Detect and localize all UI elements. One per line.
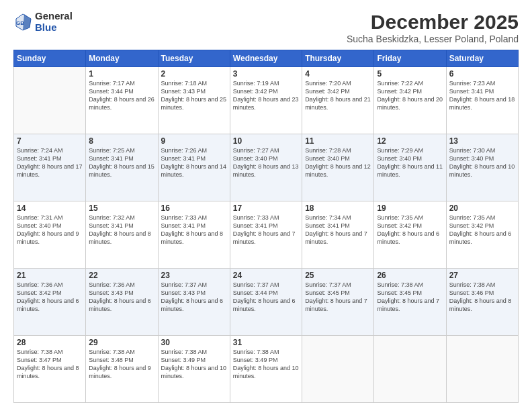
calendar-cell: 28Sunrise: 7:38 AMSunset: 3:47 PMDayligh… <box>14 336 86 403</box>
day-number: 7 <box>17 136 83 146</box>
day-number: 9 <box>161 136 227 146</box>
calendar-cell: 31Sunrise: 7:38 AMSunset: 3:49 PMDayligh… <box>230 336 302 403</box>
day-info: Sunrise: 7:30 AMSunset: 3:40 PMDaylight:… <box>449 146 515 179</box>
month-title: December 2025 <box>347 11 519 34</box>
day-number: 14 <box>17 203 83 213</box>
header: GB General Blue December 2025 Sucha Besk… <box>13 11 519 44</box>
weekday-header-sunday: Sunday <box>14 50 86 67</box>
weekday-header-friday: Friday <box>374 50 446 67</box>
day-number: 1 <box>89 69 154 79</box>
weekday-header-row: SundayMondayTuesdayWednesdayThursdayFrid… <box>14 50 519 67</box>
day-info: Sunrise: 7:18 AMSunset: 3:43 PMDaylight:… <box>161 79 227 112</box>
day-info: Sunrise: 7:36 AMSunset: 3:43 PMDaylight:… <box>89 281 154 314</box>
logo-general: General <box>35 11 73 22</box>
day-number: 26 <box>377 271 443 280</box>
day-number: 16 <box>161 203 227 213</box>
calendar-cell: 3Sunrise: 7:19 AMSunset: 3:42 PMDaylight… <box>230 67 302 134</box>
week-row-0: 1Sunrise: 7:17 AMSunset: 3:44 PMDaylight… <box>14 67 519 134</box>
calendar-cell <box>302 336 374 403</box>
calendar-cell: 16Sunrise: 7:33 AMSunset: 3:41 PMDayligh… <box>158 201 230 269</box>
calendar-cell <box>14 67 86 134</box>
day-number: 25 <box>305 271 371 280</box>
calendar-cell: 29Sunrise: 7:38 AMSunset: 3:48 PMDayligh… <box>86 336 158 403</box>
day-info: Sunrise: 7:25 AMSunset: 3:41 PMDaylight:… <box>89 146 154 179</box>
logo-blue: Blue <box>35 22 73 34</box>
calendar-cell <box>446 336 518 403</box>
day-number: 3 <box>233 69 299 79</box>
weekday-header-saturday: Saturday <box>446 50 518 67</box>
calendar-cell: 2Sunrise: 7:18 AMSunset: 3:43 PMDaylight… <box>158 67 230 134</box>
day-info: Sunrise: 7:38 AMSunset: 3:49 PMDaylight:… <box>233 348 299 381</box>
day-info: Sunrise: 7:33 AMSunset: 3:41 PMDaylight:… <box>161 214 227 246</box>
day-info: Sunrise: 7:37 AMSunset: 3:45 PMDaylight:… <box>305 281 371 314</box>
calendar-cell: 10Sunrise: 7:27 AMSunset: 3:40 PMDayligh… <box>230 134 302 201</box>
svg-text:GB: GB <box>16 20 24 26</box>
day-info: Sunrise: 7:36 AMSunset: 3:42 PMDaylight:… <box>17 281 83 314</box>
day-info: Sunrise: 7:38 AMSunset: 3:45 PMDaylight:… <box>377 281 443 314</box>
day-info: Sunrise: 7:26 AMSunset: 3:41 PMDaylight:… <box>161 146 227 179</box>
day-number: 18 <box>305 203 371 213</box>
calendar-table: SundayMondayTuesdayWednesdayThursdayFrid… <box>13 50 519 403</box>
day-info: Sunrise: 7:19 AMSunset: 3:42 PMDaylight:… <box>233 79 299 112</box>
calendar-cell: 8Sunrise: 7:25 AMSunset: 3:41 PMDaylight… <box>86 134 158 201</box>
day-number: 23 <box>161 271 227 280</box>
day-info: Sunrise: 7:35 AMSunset: 3:42 PMDaylight:… <box>377 214 443 246</box>
day-info: Sunrise: 7:38 AMSunset: 3:48 PMDaylight:… <box>89 348 154 381</box>
day-number: 4 <box>305 69 371 79</box>
day-number: 28 <box>17 338 83 347</box>
calendar-cell: 26Sunrise: 7:38 AMSunset: 3:45 PMDayligh… <box>374 269 446 336</box>
calendar-cell: 1Sunrise: 7:17 AMSunset: 3:44 PMDaylight… <box>86 67 158 134</box>
week-row-1: 7Sunrise: 7:24 AMSunset: 3:41 PMDaylight… <box>14 134 519 201</box>
weekday-header-monday: Monday <box>86 50 158 67</box>
day-number: 6 <box>449 69 515 79</box>
day-info: Sunrise: 7:17 AMSunset: 3:44 PMDaylight:… <box>89 79 154 112</box>
calendar-cell: 13Sunrise: 7:30 AMSunset: 3:40 PMDayligh… <box>446 134 518 201</box>
day-number: 17 <box>233 203 299 213</box>
calendar-cell: 23Sunrise: 7:37 AMSunset: 3:43 PMDayligh… <box>158 269 230 336</box>
calendar-cell: 25Sunrise: 7:37 AMSunset: 3:45 PMDayligh… <box>302 269 374 336</box>
week-row-3: 21Sunrise: 7:36 AMSunset: 3:42 PMDayligh… <box>14 269 519 336</box>
day-number: 19 <box>377 203 443 213</box>
day-info: Sunrise: 7:38 AMSunset: 3:49 PMDaylight:… <box>161 348 227 381</box>
day-number: 30 <box>161 338 227 347</box>
weekday-header-wednesday: Wednesday <box>230 50 302 67</box>
day-number: 5 <box>377 69 443 79</box>
day-info: Sunrise: 7:20 AMSunset: 3:42 PMDaylight:… <box>305 79 371 112</box>
day-info: Sunrise: 7:38 AMSunset: 3:46 PMDaylight:… <box>449 281 515 314</box>
calendar-cell: 12Sunrise: 7:29 AMSunset: 3:40 PMDayligh… <box>374 134 446 201</box>
day-number: 21 <box>17 271 83 280</box>
day-number: 8 <box>89 136 154 146</box>
day-info: Sunrise: 7:24 AMSunset: 3:41 PMDaylight:… <box>17 146 83 179</box>
day-number: 20 <box>449 203 515 213</box>
day-number: 12 <box>377 136 443 146</box>
day-info: Sunrise: 7:29 AMSunset: 3:40 PMDaylight:… <box>377 146 443 179</box>
day-number: 2 <box>161 69 227 79</box>
calendar-cell: 14Sunrise: 7:31 AMSunset: 3:40 PMDayligh… <box>14 201 86 269</box>
calendar-cell: 27Sunrise: 7:38 AMSunset: 3:46 PMDayligh… <box>446 269 518 336</box>
page: GB General Blue December 2025 Sucha Besk… <box>0 0 532 411</box>
weekday-header-thursday: Thursday <box>302 50 374 67</box>
day-info: Sunrise: 7:38 AMSunset: 3:47 PMDaylight:… <box>17 348 83 381</box>
calendar-cell: 19Sunrise: 7:35 AMSunset: 3:42 PMDayligh… <box>374 201 446 269</box>
day-info: Sunrise: 7:37 AMSunset: 3:44 PMDaylight:… <box>233 281 299 314</box>
day-number: 15 <box>89 203 154 213</box>
day-info: Sunrise: 7:34 AMSunset: 3:41 PMDaylight:… <box>305 214 371 246</box>
calendar-cell: 15Sunrise: 7:32 AMSunset: 3:41 PMDayligh… <box>86 201 158 269</box>
calendar-cell: 17Sunrise: 7:33 AMSunset: 3:41 PMDayligh… <box>230 201 302 269</box>
calendar-cell: 5Sunrise: 7:22 AMSunset: 3:42 PMDaylight… <box>374 67 446 134</box>
day-info: Sunrise: 7:22 AMSunset: 3:42 PMDaylight:… <box>377 79 443 112</box>
title-block: December 2025 Sucha Beskidzka, Lesser Po… <box>347 11 519 44</box>
day-number: 29 <box>89 338 154 347</box>
day-info: Sunrise: 7:23 AMSunset: 3:41 PMDaylight:… <box>449 79 515 112</box>
calendar-cell: 24Sunrise: 7:37 AMSunset: 3:44 PMDayligh… <box>230 269 302 336</box>
calendar-cell: 11Sunrise: 7:28 AMSunset: 3:40 PMDayligh… <box>302 134 374 201</box>
day-number: 31 <box>233 338 299 347</box>
day-number: 24 <box>233 271 299 280</box>
logo-icon: GB <box>13 13 32 32</box>
day-number: 22 <box>89 271 154 280</box>
calendar-cell: 7Sunrise: 7:24 AMSunset: 3:41 PMDaylight… <box>14 134 86 201</box>
calendar-cell: 20Sunrise: 7:35 AMSunset: 3:42 PMDayligh… <box>446 201 518 269</box>
day-number: 13 <box>449 136 515 146</box>
day-info: Sunrise: 7:31 AMSunset: 3:40 PMDaylight:… <box>17 214 83 246</box>
weekday-header-tuesday: Tuesday <box>158 50 230 67</box>
